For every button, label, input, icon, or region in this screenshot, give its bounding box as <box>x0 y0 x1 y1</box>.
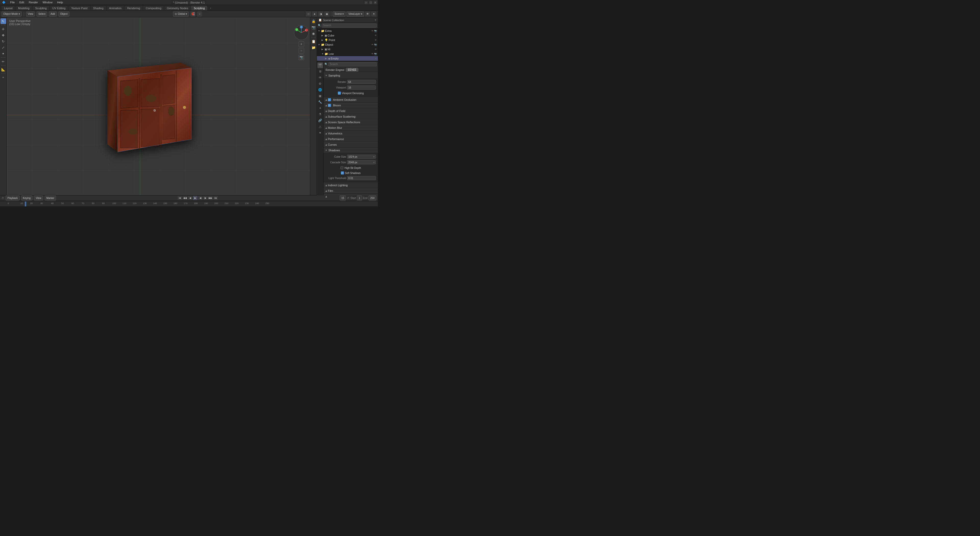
cube-vis-icon[interactable]: 👁 <box>375 34 377 37</box>
film-header[interactable]: ▶ Film <box>323 188 378 194</box>
end-frame-input[interactable]: 250 <box>368 196 376 200</box>
edit-menu[interactable]: Edit <box>18 1 25 4</box>
outliner-item-low[interactable]: ▼ 📁 Low 👁 📷 <box>317 51 378 56</box>
zoom-out-btn[interactable]: − <box>299 48 304 54</box>
viewport-layers-icon[interactable]: 📋 <box>311 38 317 44</box>
sampling-section-header[interactable]: ▼ Sampling <box>323 73 378 78</box>
start-frame-input[interactable]: 1 <box>357 196 362 200</box>
point-vis-icon[interactable]: 👁 <box>375 39 377 41</box>
prop-tab-output[interactable]: 🖥 <box>317 68 323 74</box>
marker-menu-btn[interactable]: Marker <box>45 196 56 200</box>
prop-tab-physics[interactable]: ⚗ <box>317 111 323 117</box>
add-workspace-button[interactable]: + <box>208 6 213 10</box>
prop-tab-material[interactable]: ● <box>317 130 323 135</box>
keying-menu-btn[interactable]: Keying <box>21 196 33 200</box>
tree-toggle-point[interactable]: ▶ <box>321 39 324 41</box>
current-frame-input[interactable]: 15 <box>340 196 346 200</box>
cascade-size-value[interactable]: 2048 px ▾ <box>347 160 376 164</box>
prop-tab-scene[interactable]: ⚙ <box>317 81 323 86</box>
volumetrics-header[interactable]: ▶ Volumetrics <box>323 130 378 136</box>
add-object-tool[interactable]: ＋ <box>0 75 6 80</box>
tree-toggle-hi[interactable]: ▶ <box>321 48 324 51</box>
view-menu-btn[interactable]: View <box>26 11 35 17</box>
outliner-item-object[interactable]: ▼ 📁 Object 👁 📷 <box>317 42 378 47</box>
tree-toggle-low[interactable]: ▼ <box>321 52 324 55</box>
select-menu-btn[interactable]: Select <box>37 11 47 17</box>
high-bit-depth-checkbox[interactable]: High Bit Depth <box>340 166 361 169</box>
close-button[interactable]: ✕ <box>374 1 377 4</box>
move-tool[interactable]: ✥ <box>0 32 6 38</box>
viewport-collection-icon[interactable]: 📁 <box>311 45 317 50</box>
shadows-section-header[interactable]: ▼ Shadows <box>323 148 378 153</box>
tab-compositing[interactable]: Compositing <box>143 6 164 10</box>
cube-size-value[interactable]: 1024 px ▾ <box>347 154 376 159</box>
scale-tool[interactable]: ⤢ <box>0 45 6 50</box>
extra-visibility-icon[interactable]: 👁 <box>371 30 374 32</box>
tab-rendering[interactable]: Rendering <box>124 6 143 10</box>
bloom-enabled-cb[interactable]: ✓ <box>328 104 331 107</box>
overlay-toggle[interactable]: 👁 <box>365 11 370 17</box>
bloom-header[interactable]: ▶ ✓ Bloom <box>323 103 378 108</box>
object-vis-icon[interactable]: 👁 <box>371 43 374 46</box>
viewport-lock-icon[interactable]: 🔒 <box>311 18 317 24</box>
play-reverse-btn[interactable]: ◀ <box>198 196 203 200</box>
scene-selector[interactable]: Scene ▾ <box>333 11 345 17</box>
camera-view-btn[interactable]: 📷 <box>299 55 304 60</box>
maximize-button[interactable]: □ <box>369 1 372 4</box>
ssr-header[interactable]: ▶ Screen Space Reflections <box>323 119 378 125</box>
hi-vis-icon[interactable]: 👁 <box>375 48 377 51</box>
engine-eevee[interactable]: EEVEE <box>346 68 358 72</box>
outliner-search-input[interactable] <box>322 24 377 27</box>
tab-layout[interactable]: Layout <box>2 6 15 10</box>
object-render-icon[interactable]: 📷 <box>374 43 377 46</box>
xray-toggle[interactable]: ✦ <box>371 11 376 17</box>
prev-keyframe-btn[interactable]: ◀◀ <box>183 196 187 200</box>
select-tool[interactable]: ↖ <box>0 18 6 24</box>
tree-toggle-cube[interactable]: ▶ <box>321 34 324 37</box>
prop-tab-world[interactable]: 🌐 <box>317 87 323 92</box>
viewport-render-icon[interactable]: ◉ <box>311 30 317 36</box>
file-menu[interactable]: File <box>9 1 16 4</box>
viewport[interactable]: User Perspective (15) Low | Empty X Y Z … <box>6 17 310 195</box>
sss-header[interactable]: ▶ Subsurface Scattering <box>323 114 378 119</box>
viewport-shading-material[interactable]: ◑ <box>318 11 323 17</box>
jump-to-end-btn[interactable]: ⏭ <box>213 196 218 200</box>
tab-uv-editing[interactable]: UV Editing <box>50 6 68 10</box>
outliner-item-cube[interactable]: ▶ ▣ Cube 👁 <box>317 33 378 38</box>
prop-tab-render[interactable]: 🎬 <box>317 62 323 68</box>
minimize-button[interactable]: ─ <box>364 1 368 4</box>
indirect-lighting-header[interactable]: ▶ Indirect Lighting <box>323 183 378 188</box>
pivot-selector[interactable]: ⊙ Global ▾ <box>173 11 189 17</box>
outliner-item-point[interactable]: ▶ 💡 Point 👁 <box>317 38 378 42</box>
outliner-filter-icon[interactable]: ▿ <box>375 18 376 22</box>
empty-vis-icon[interactable]: 👁 <box>375 57 377 60</box>
tab-geometry-nodes[interactable]: Geometry Nodes <box>164 6 191 10</box>
zoom-in-btn[interactable]: + <box>299 41 304 47</box>
measure-tool[interactable]: 📐 <box>0 67 6 72</box>
outliner-item-extra[interactable]: ▼ 📁 Extra 👁 📷 <box>317 29 378 33</box>
tab-texture-paint[interactable]: Texture Paint <box>68 6 90 10</box>
viewport-shading-wire[interactable]: □ <box>306 11 311 17</box>
transform-tool[interactable]: ✦ <box>0 51 6 56</box>
play-btn[interactable]: ▶ <box>193 196 197 200</box>
tree-toggle-object[interactable]: ▼ <box>318 43 320 46</box>
timeline-frame-ruler[interactable]: 0 10 20 30 40 50 60 70 80 90 100 110 120… <box>0 201 378 207</box>
render-samples-value[interactable]: 64 <box>347 80 376 84</box>
object-menu-btn[interactable]: Object <box>59 11 69 17</box>
viewport-shading-rendered[interactable]: ◉ <box>324 11 329 17</box>
prop-tab-object-props[interactable]: ▣ <box>317 93 323 99</box>
props-search-input[interactable] <box>328 62 377 66</box>
tree-toggle-empty[interactable]: ▶ <box>325 57 328 60</box>
prop-tab-viewlayer[interactable]: 👁 <box>317 75 323 80</box>
extra-render-icon[interactable]: 📷 <box>374 30 377 32</box>
viewport-denoising-checkbox[interactable]: ✓ Viewport Denoising <box>338 92 364 95</box>
window-menu[interactable]: Window <box>41 1 54 4</box>
ao-enabled-cb[interactable]: ✓ <box>328 98 331 101</box>
soft-shadows-checkbox[interactable]: ✓ Soft Shadows <box>341 172 361 175</box>
tab-modeling[interactable]: Modeling <box>16 6 32 10</box>
add-menu-btn[interactable]: Add <box>49 11 57 17</box>
tree-toggle-extra[interactable]: ▼ <box>318 30 320 32</box>
prop-tab-constraint[interactable]: 🔗 <box>317 118 323 123</box>
outliner-item-hi[interactable]: ▶ ▣ Hi 👁 <box>317 47 378 51</box>
prop-tab-particles[interactable]: ✦ <box>317 105 323 111</box>
